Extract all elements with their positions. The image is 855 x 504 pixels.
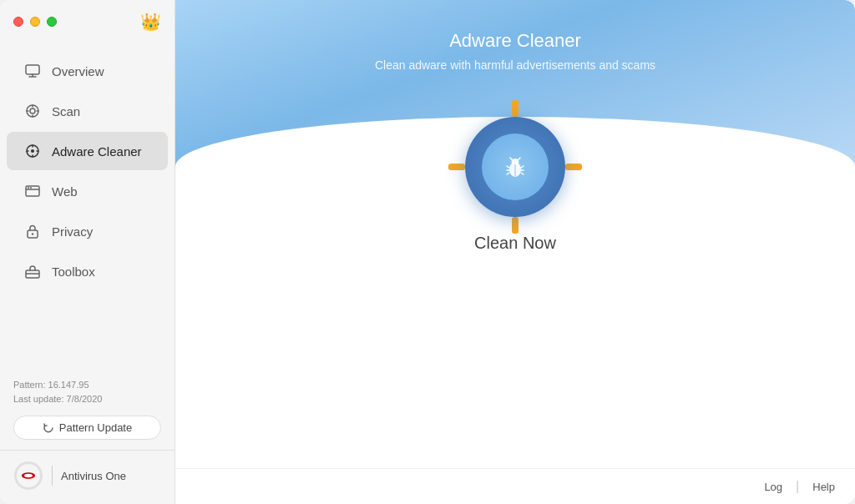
sidebar-item-adware[interactable]: Adware Cleaner: [7, 132, 168, 170]
last-update: Last update: 7/8/2020: [13, 392, 161, 407]
sidebar: 👑 Overview Scan: [0, 0, 175, 504]
web-icon: [23, 182, 42, 200]
svg-point-7: [30, 187, 32, 189]
nav-items: Overview Scan Adware Cleaner: [0, 43, 175, 365]
main-subtitle: Clean adware with harmful advertisements…: [375, 58, 655, 72]
brand-logo: [13, 461, 43, 491]
sidebar-item-scan[interactable]: Scan: [7, 92, 168, 130]
icon-inner: [482, 134, 549, 200]
sidebar-item-toolbox-label: Toolbox: [52, 265, 95, 279]
sidebar-item-toolbox[interactable]: Toolbox: [7, 252, 168, 290]
svg-point-4: [31, 149, 34, 153]
sidebar-item-privacy[interactable]: Privacy: [7, 212, 168, 250]
sidebar-item-privacy-label: Privacy: [52, 224, 93, 239]
arm-top: [512, 100, 519, 117]
bottom-bar: Log | Help: [175, 468, 855, 504]
bug-icon: [499, 151, 531, 183]
sidebar-item-overview-label: Overview: [52, 64, 104, 78]
brand-name: Antivirus One: [61, 470, 126, 482]
help-link[interactable]: Help: [812, 481, 835, 493]
clean-now-label[interactable]: Clean Now: [474, 234, 556, 253]
main-content: Adware Cleaner Clean adware with harmful…: [175, 0, 855, 504]
svg-point-9: [32, 233, 33, 234]
refresh-icon: [43, 422, 54, 434]
arm-left: [448, 164, 465, 170]
pattern-info: Pattern: 16.147.95 Last update: 7/8/2020: [13, 378, 161, 407]
bottom-separator: |: [796, 479, 799, 494]
icon-outer-ring: [465, 117, 565, 217]
brand-divider: [52, 466, 53, 486]
sidebar-item-web-label: Web: [52, 184, 78, 199]
crown-icon: 👑: [140, 12, 161, 32]
svg-rect-0: [26, 65, 39, 74]
pattern-update-button[interactable]: Pattern Update: [13, 416, 161, 440]
close-button[interactable]: [13, 17, 23, 27]
target-icon: [23, 142, 42, 160]
clean-icon-container[interactable]: Clean Now: [465, 117, 565, 253]
main-title: Adware Cleaner: [449, 30, 581, 52]
sidebar-item-scan-label: Scan: [52, 104, 80, 118]
sidebar-footer: Pattern: 16.147.95 Last update: 7/8/2020…: [0, 365, 175, 450]
lock-icon: [23, 222, 42, 240]
svg-point-2: [30, 108, 35, 113]
sidebar-item-web[interactable]: Web: [7, 172, 168, 210]
maximize-button[interactable]: [47, 17, 57, 27]
log-link[interactable]: Log: [764, 481, 782, 493]
arm-bottom: [512, 217, 519, 234]
brand-footer: Antivirus One: [0, 450, 175, 504]
pattern-version: Pattern: 16.147.95: [13, 378, 161, 393]
sidebar-item-overview[interactable]: Overview: [7, 52, 168, 90]
scan-icon: [23, 102, 42, 120]
toolbox-icon: [23, 262, 42, 280]
sidebar-item-adware-label: Adware Cleaner: [52, 144, 142, 159]
monitor-icon: [23, 62, 42, 80]
main-body: Clean Now: [175, 167, 855, 468]
pattern-update-label: Pattern Update: [59, 421, 132, 434]
arm-right: [565, 164, 582, 170]
minimize-button[interactable]: [30, 17, 40, 27]
svg-point-6: [28, 187, 29, 189]
clean-icon: [465, 117, 565, 217]
